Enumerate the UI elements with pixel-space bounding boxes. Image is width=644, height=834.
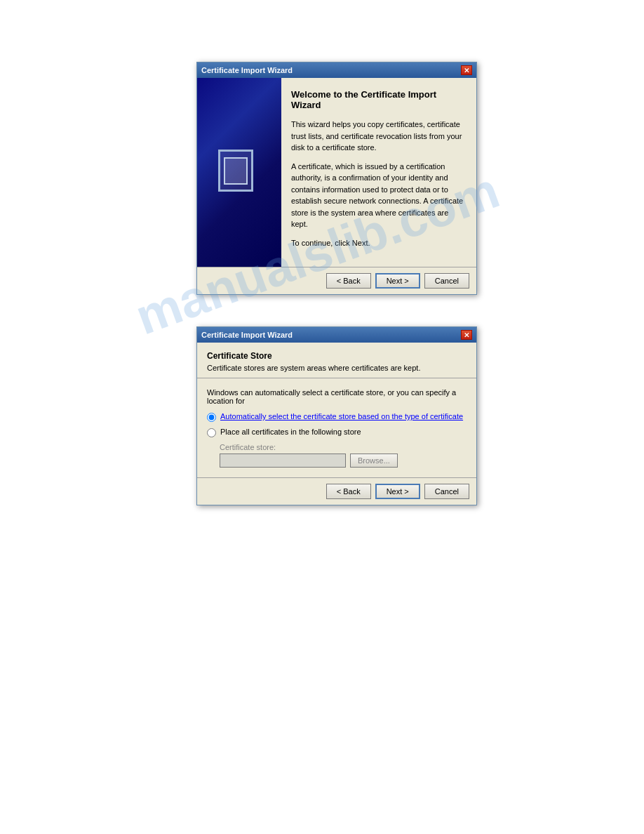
browse-button[interactable]: Browse... — [350, 454, 398, 468]
dialog2-section-title: Certificate Store — [207, 351, 467, 361]
cert-store-label: Certificate store: — [220, 443, 467, 451]
dialog1-next-button[interactable]: Next > — [375, 273, 420, 289]
dialog1-title: Certificate Import Wizard — [201, 66, 293, 74]
dialog2-cancel-button[interactable]: Cancel — [424, 484, 469, 499]
dialog1-heading: Welcome to the Certificate Import Wizard — [291, 89, 467, 110]
radio-option-auto: Automatically select the certificate sto… — [207, 412, 467, 422]
dialog2-description: Windows can automatically select a certi… — [207, 388, 467, 405]
dialog1-back-button[interactable]: < Back — [326, 273, 371, 289]
radio-auto-select[interactable] — [207, 413, 216, 422]
cert-store-input[interactable] — [220, 454, 346, 468]
dialog2-close-button[interactable]: ✕ — [461, 330, 472, 340]
cert-store-row: Browse... — [220, 454, 467, 468]
dialog2-content: Windows can automatically select a certi… — [197, 378, 476, 477]
dialog2-certificate-store: Certificate Import Wizard ✕ Certificate … — [196, 326, 477, 505]
dialog2-titlebar: Certificate Import Wizard ✕ — [197, 327, 476, 343]
dialog1-paragraph1: This wizard helps you copy certificates,… — [291, 119, 467, 154]
dialog1-close-button[interactable]: ✕ — [461, 65, 472, 75]
dialog1-body: Welcome to the Certificate Import Wizard… — [197, 78, 476, 267]
dialog1-banner-image — [197, 78, 281, 267]
dialog1-footer: < Back Next > Cancel — [197, 267, 476, 294]
dialog2-footer: < Back Next > Cancel — [197, 477, 476, 505]
radio-manual-select[interactable] — [207, 428, 216, 437]
dialog1-paragraph3: To continue, click Next. — [291, 237, 467, 249]
radio-option-manual: Place all certificates in the following … — [207, 428, 467, 437]
dialog2-back-button[interactable]: < Back — [326, 484, 371, 499]
dialog2-header: Certificate Store Certificate stores are… — [197, 343, 476, 378]
dialog1-paragraph2: A certificate, which is issued by a cert… — [291, 161, 467, 230]
radio-auto-label[interactable]: Automatically select the certificate sto… — [220, 412, 463, 421]
certificate-icon — [218, 150, 260, 195]
cert-icon-inner — [218, 150, 253, 192]
dialog1-text-area: Welcome to the Certificate Import Wizard… — [281, 78, 476, 267]
dialog1-titlebar: Certificate Import Wizard ✕ — [197, 62, 476, 78]
dialog1-certificate-import-welcome: Certificate Import Wizard ✕ Welcome to t… — [196, 62, 477, 295]
dialog2-title: Certificate Import Wizard — [201, 331, 293, 339]
cert-store-field: Certificate store: Browse... — [220, 443, 467, 468]
dialog1-cancel-button[interactable]: Cancel — [424, 273, 469, 289]
dialog2-next-button[interactable]: Next > — [375, 484, 420, 499]
radio-manual-label[interactable]: Place all certificates in the following … — [220, 428, 361, 436]
dialog2-section-desc: Certificate stores are system areas wher… — [207, 364, 467, 372]
